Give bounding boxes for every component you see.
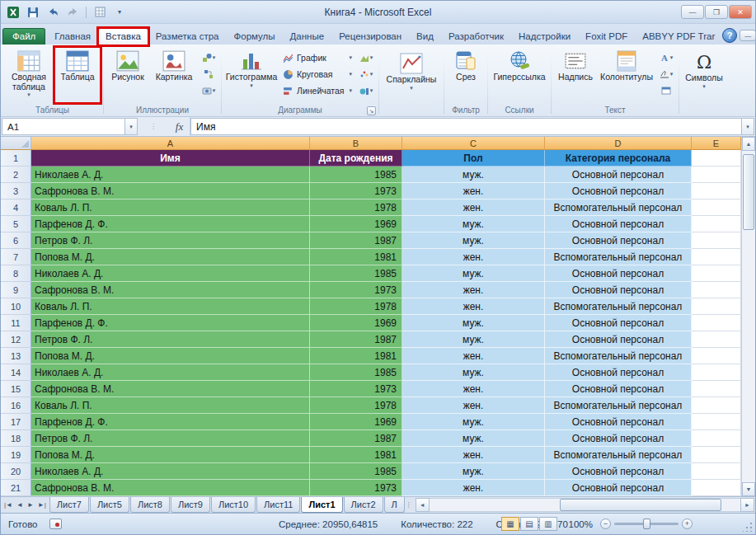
cell-category[interactable]: Основной персонал bbox=[545, 315, 692, 331]
cell-category[interactable]: Основной персонал bbox=[545, 282, 692, 298]
picture-button[interactable]: Рисунок bbox=[106, 47, 149, 103]
tab-developer[interactable]: Разработчик bbox=[441, 28, 511, 45]
symbols-button[interactable]: Ω Символы ▾ bbox=[682, 47, 726, 113]
pivot-table-button[interactable]: Сводная таблица ▾ bbox=[4, 47, 54, 103]
cell-category[interactable]: Основной персонал bbox=[545, 463, 692, 480]
cell-gender[interactable]: муж. bbox=[402, 167, 545, 183]
sparklines-button[interactable]: Спарклайны ▾ bbox=[382, 47, 441, 113]
row-number[interactable]: 16 bbox=[1, 397, 31, 414]
cell-birth-year[interactable]: 1973 bbox=[310, 480, 402, 496]
cell-category[interactable]: Вспомогательный персонал bbox=[545, 298, 692, 315]
sheet-tab-clipped[interactable]: Л bbox=[384, 497, 405, 513]
sheet-tab-list8[interactable]: Лист8 bbox=[130, 497, 170, 513]
cell-name[interactable]: Сафронова В. М. bbox=[31, 282, 310, 298]
cell-category[interactable]: Основной персонал bbox=[545, 331, 692, 348]
cell-gender[interactable]: жен. bbox=[402, 447, 545, 463]
cell-birth-year[interactable]: 1973 bbox=[310, 282, 402, 298]
table-button[interactable]: Таблица bbox=[54, 47, 101, 103]
cell-category[interactable]: Основной персонал bbox=[545, 167, 692, 183]
tab-addins[interactable]: Надстройки bbox=[511, 28, 578, 45]
cell-empty[interactable] bbox=[692, 232, 741, 249]
cell-gender[interactable]: муж. bbox=[402, 463, 545, 480]
vertical-scrollbar[interactable]: ▲ ▼ bbox=[741, 137, 755, 496]
row-number[interactable]: 8 bbox=[1, 265, 31, 282]
cell-birth-year[interactable]: 1987 bbox=[310, 331, 402, 348]
wordart-button[interactable]: A▾ bbox=[656, 50, 676, 65]
zoom-level[interactable]: 100% bbox=[565, 519, 593, 529]
cell-category[interactable]: Основной персонал bbox=[545, 232, 692, 249]
bar-chart-button[interactable]: Линейчатая▾ bbox=[279, 82, 355, 99]
row-number[interactable]: 3 bbox=[1, 183, 31, 199]
cell-gender[interactable]: муж. bbox=[402, 414, 545, 430]
header-footer-button[interactable]: Колонтитулы bbox=[598, 47, 655, 103]
row-number[interactable]: 2 bbox=[1, 167, 31, 183]
cell-empty[interactable] bbox=[692, 216, 741, 232]
screenshot-button[interactable]: ▾ bbox=[199, 83, 218, 98]
scroll-left-arrow[interactable]: ◄ bbox=[416, 498, 430, 512]
row-number[interactable]: 20 bbox=[1, 463, 31, 480]
workbook-minimize-button[interactable]: — bbox=[740, 30, 756, 41]
cell-category[interactable]: Основной персонал bbox=[545, 381, 692, 397]
cell-empty[interactable] bbox=[692, 183, 741, 199]
cell-gender[interactable]: жен. bbox=[402, 480, 545, 496]
save-button[interactable] bbox=[25, 5, 41, 20]
cell-header-birth[interactable]: Дата рождения bbox=[310, 150, 402, 167]
maximize-button[interactable]: ❐ bbox=[705, 5, 728, 19]
cell-gender[interactable]: жен. bbox=[402, 348, 545, 364]
textbox-button[interactable]: Надпись bbox=[554, 47, 597, 103]
row-number[interactable]: 9 bbox=[1, 282, 31, 298]
cell-name[interactable]: Сафронова В. М. bbox=[31, 480, 310, 496]
cell-gender[interactable]: муж. bbox=[402, 331, 545, 348]
cell-name[interactable]: Попова М. Д. bbox=[31, 447, 310, 463]
cell-category[interactable]: Вспомогательный персонал bbox=[545, 249, 692, 265]
cell-birth-year[interactable]: 1969 bbox=[310, 414, 402, 430]
sheet-tab-list9[interactable]: Лист9 bbox=[171, 497, 210, 513]
cell-empty[interactable] bbox=[692, 331, 741, 348]
cell-birth-year[interactable]: 1985 bbox=[310, 167, 402, 183]
zoom-out-button[interactable]: − bbox=[600, 519, 611, 529]
tab-page-layout[interactable]: Разметка стра bbox=[148, 28, 227, 45]
cell-category[interactable]: Вспомогательный персонал bbox=[545, 199, 692, 216]
first-sheet-button[interactable]: |◄ bbox=[3, 501, 13, 509]
help-icon[interactable]: ? bbox=[722, 28, 737, 43]
cell-category[interactable]: Основной персонал bbox=[545, 430, 692, 447]
row-number[interactable]: 7 bbox=[1, 249, 31, 265]
clipart-button[interactable]: Картинка bbox=[150, 47, 198, 103]
line-chart-button[interactable]: График▾ bbox=[279, 49, 355, 66]
cell-category[interactable]: Вспомогательный персонал bbox=[545, 348, 692, 364]
cell-category[interactable]: Вспомогательный персонал bbox=[545, 397, 692, 414]
signature-line-button[interactable]: ▾ bbox=[656, 67, 676, 82]
cell-birth-year[interactable]: 1981 bbox=[310, 447, 402, 463]
cell-header-category[interactable]: Категория персонала bbox=[545, 150, 692, 167]
redo-button[interactable] bbox=[64, 5, 81, 20]
sheet-tab-list2[interactable]: Лист2 bbox=[344, 497, 383, 513]
qat-grid-icon[interactable] bbox=[92, 5, 108, 20]
cell-empty[interactable] bbox=[692, 364, 741, 381]
name-box[interactable]: A1 bbox=[2, 118, 125, 135]
tab-split-handle[interactable]: ⁞ bbox=[406, 497, 412, 513]
cell-birth-year[interactable]: 1978 bbox=[310, 397, 402, 414]
tab-file[interactable]: Файл bbox=[2, 28, 45, 45]
row-number[interactable]: 11 bbox=[1, 315, 31, 331]
cell-name[interactable]: Николаев А. Д. bbox=[31, 265, 310, 282]
vertical-scroll-thumb[interactable] bbox=[743, 154, 754, 230]
cell-name[interactable]: Сафронова В. М. bbox=[31, 183, 310, 199]
cell-empty[interactable] bbox=[692, 199, 741, 216]
scroll-up-arrow[interactable]: ▲ bbox=[742, 137, 755, 151]
cell-empty[interactable] bbox=[692, 480, 741, 496]
row-number[interactable]: 12 bbox=[1, 331, 31, 348]
cell-birth-year[interactable]: 1987 bbox=[310, 430, 402, 447]
cell-empty[interactable] bbox=[692, 447, 741, 463]
cell-empty[interactable] bbox=[692, 414, 741, 430]
vertical-scroll-track[interactable] bbox=[742, 151, 755, 482]
horizontal-scrollbar[interactable]: ◄ ► bbox=[416, 498, 754, 512]
cell-gender[interactable]: жен. bbox=[402, 282, 545, 298]
zoom-in-button[interactable]: + bbox=[682, 519, 693, 529]
cell-name[interactable]: Петров Ф. Л. bbox=[31, 331, 310, 348]
row-number[interactable]: 18 bbox=[1, 430, 31, 447]
cell-gender[interactable]: муж. bbox=[402, 430, 545, 447]
cell-empty[interactable] bbox=[692, 348, 741, 364]
cell-category[interactable]: Основной персонал bbox=[545, 480, 692, 496]
tab-home[interactable]: Главная bbox=[47, 28, 98, 45]
other-charts-button[interactable]: ▾ bbox=[356, 83, 376, 98]
